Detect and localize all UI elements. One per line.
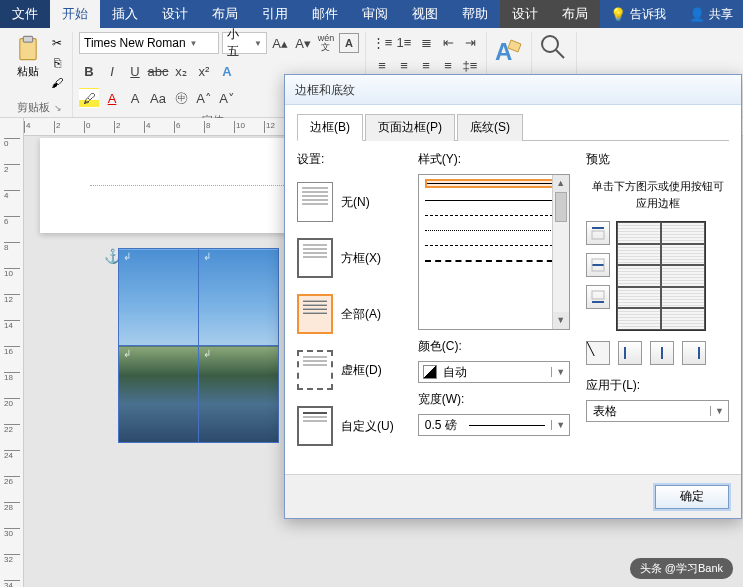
preview-label: 预览: [586, 151, 729, 168]
table-cell[interactable]: ↲: [119, 249, 199, 346]
table-cell[interactable]: ↲: [119, 346, 199, 443]
table-cell[interactable]: ↲: [199, 249, 279, 346]
tab-layout[interactable]: 布局: [200, 0, 250, 28]
tab-mailings[interactable]: 邮件: [300, 0, 350, 28]
tab-file[interactable]: 文件: [0, 0, 50, 28]
align-right-button[interactable]: ≡: [416, 55, 436, 75]
numbering-button[interactable]: 1≡: [394, 32, 414, 52]
dialog-footer: 确定: [285, 474, 741, 518]
tab-view[interactable]: 视图: [400, 0, 450, 28]
format-painter-icon[interactable]: 🖌: [48, 74, 66, 92]
chevron-down-icon: ▼: [551, 367, 569, 377]
width-label: 宽度(W):: [418, 391, 570, 408]
person-icon: 👤: [689, 7, 705, 22]
tab-insert[interactable]: 插入: [100, 0, 150, 28]
underline-button[interactable]: U: [125, 61, 145, 81]
table-cell[interactable]: ↲: [199, 346, 279, 443]
dialog-tabs: 边框(B) 页面边框(P) 底纹(S): [297, 113, 729, 141]
vertical-ruler[interactable]: 0246810121416182022242628303234: [0, 118, 24, 587]
ok-button[interactable]: 确定: [655, 485, 729, 509]
setting-none[interactable]: 无(N): [297, 182, 402, 222]
font-name-select[interactable]: Times New Roman▼: [79, 32, 219, 54]
border-right-button[interactable]: [682, 341, 706, 365]
svg-rect-6: [592, 231, 604, 239]
increase-indent-button[interactable]: ⇥: [460, 32, 480, 52]
highlight-button[interactable]: 🖊: [79, 88, 99, 108]
change-case-button[interactable]: Aa: [148, 88, 168, 108]
bullets-button[interactable]: ⋮≡: [372, 32, 392, 52]
superscript-button[interactable]: x²: [194, 61, 214, 81]
tell-me[interactable]: 💡 告诉我: [610, 6, 666, 23]
character-border-button[interactable]: A: [339, 33, 359, 53]
border-bottom-button[interactable]: [586, 285, 610, 309]
style-scrollbar[interactable]: ▲▼: [552, 175, 569, 329]
tab-table-design[interactable]: 设计: [500, 0, 550, 28]
tab-table-layout[interactable]: 布局: [550, 0, 600, 28]
copy-icon[interactable]: ⎘: [48, 54, 66, 72]
dialog-tab-page-borders[interactable]: 页面边框(P): [365, 114, 455, 141]
settings-label: 设置:: [297, 151, 402, 168]
border-hmiddle-button[interactable]: [586, 253, 610, 277]
svg-rect-10: [592, 291, 604, 299]
justify-button[interactable]: ≡: [438, 55, 458, 75]
setting-all[interactable]: 全部(A): [297, 294, 402, 334]
preview-table[interactable]: [616, 221, 706, 331]
tab-help[interactable]: 帮助: [450, 0, 500, 28]
chevron-down-icon: ▼: [710, 406, 728, 416]
svg-rect-1: [23, 36, 32, 42]
border-vmiddle-button[interactable]: [650, 341, 674, 365]
width-select[interactable]: 0.5 磅 ▼: [418, 414, 570, 436]
align-left-button[interactable]: ≡: [372, 55, 392, 75]
dialog-tab-shading[interactable]: 底纹(S): [457, 114, 523, 141]
strike-button[interactable]: abc: [148, 61, 168, 81]
borders-shading-dialog: 边框和底纹 边框(B) 页面边框(P) 底纹(S) 设置: 无(N) 方框(X): [284, 74, 742, 519]
tab-references[interactable]: 引用: [250, 0, 300, 28]
decrease-indent-button[interactable]: ⇤: [438, 32, 458, 52]
multilevel-button[interactable]: ≣: [416, 32, 436, 52]
style-label: 样式(Y):: [418, 151, 570, 168]
align-center-button[interactable]: ≡: [394, 55, 414, 75]
bold-button[interactable]: B: [79, 61, 99, 81]
cut-icon[interactable]: ✂: [48, 34, 66, 52]
image-table[interactable]: ↲↲ ↲↲: [118, 248, 279, 443]
text-effects-button[interactable]: A: [217, 61, 237, 81]
phonetic-guide-button[interactable]: wén文: [316, 33, 336, 53]
svg-rect-13: [698, 347, 700, 359]
border-diag-down-button[interactable]: ╲: [586, 341, 610, 365]
apply-to-select[interactable]: 表格 ▼: [586, 400, 729, 422]
font-size-select[interactable]: 小五▼: [222, 32, 267, 54]
tab-design[interactable]: 设计: [150, 0, 200, 28]
font-color-button[interactable]: A: [102, 88, 122, 108]
line-spacing-button[interactable]: ‡≡: [460, 55, 480, 75]
character-shading-button[interactable]: A: [125, 88, 145, 108]
grow-font-button[interactable]: A▴: [270, 33, 290, 53]
clipboard-launcher[interactable]: ↘: [54, 103, 62, 113]
border-top-button[interactable]: [586, 221, 610, 245]
italic-button[interactable]: I: [102, 61, 122, 81]
group-clipboard: 粘贴 ✂ ⎘ 🖌 剪贴板↘: [6, 32, 73, 117]
paste-button[interactable]: 粘贴: [12, 32, 44, 81]
share-button[interactable]: 👤 共享: [689, 6, 733, 23]
svg-rect-12: [661, 347, 663, 359]
subscript-button[interactable]: x₂: [171, 61, 191, 81]
chevron-down-icon: ▼: [551, 420, 569, 430]
dialog-tab-borders[interactable]: 边框(B): [297, 114, 363, 141]
bulb-icon: 💡: [610, 7, 626, 22]
find-icon[interactable]: [538, 32, 570, 64]
tab-review[interactable]: 审阅: [350, 0, 400, 28]
shrink-font2-button[interactable]: A˅: [217, 88, 237, 108]
preview-hint: 单击下方图示或使用按钮可应用边框: [586, 178, 729, 211]
color-select[interactable]: 自动 ▼: [418, 361, 570, 383]
enclose-char-button[interactable]: ㊥: [171, 88, 191, 108]
svg-rect-7: [592, 264, 604, 266]
border-left-button[interactable]: [618, 341, 642, 365]
style-listbox[interactable]: ▲▼: [418, 174, 570, 330]
grow-font2-button[interactable]: A˄: [194, 88, 214, 108]
setting-custom[interactable]: 自定义(U): [297, 406, 402, 446]
styles-icon[interactable]: A: [493, 32, 525, 72]
shrink-font-button[interactable]: A▾: [293, 33, 313, 53]
svg-rect-9: [592, 301, 604, 303]
tab-home[interactable]: 开始: [50, 0, 100, 28]
setting-box[interactable]: 方框(X): [297, 238, 402, 278]
setting-grid[interactable]: 虚框(D): [297, 350, 402, 390]
